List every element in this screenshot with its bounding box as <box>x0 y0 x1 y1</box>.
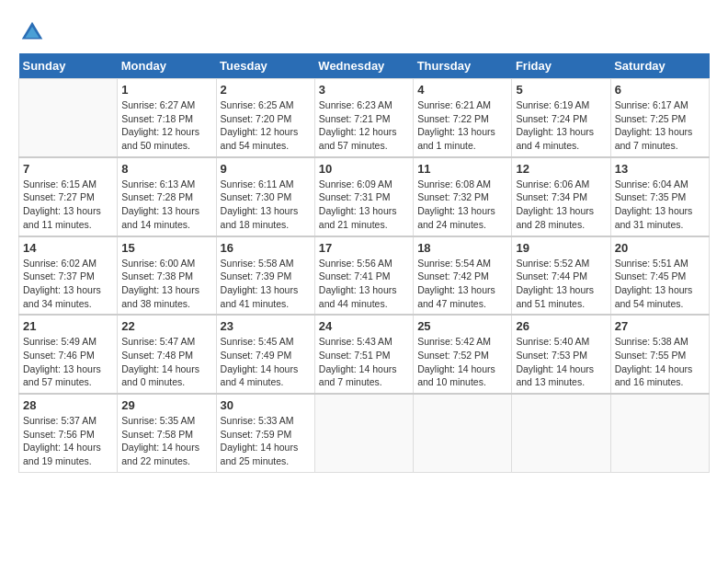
day-number: 28 <box>23 398 113 412</box>
calendar-cell: 22Sunrise: 5:47 AMSunset: 7:48 PMDayligh… <box>118 315 216 394</box>
day-info: Sunrise: 5:54 AMSunset: 7:42 PMDaylight:… <box>417 257 507 311</box>
calendar-cell: 19Sunrise: 5:52 AMSunset: 7:44 PMDayligh… <box>512 236 610 316</box>
day-info: Sunrise: 5:38 AMSunset: 7:55 PMDaylight:… <box>615 335 705 389</box>
day-info: Sunrise: 5:58 AMSunset: 7:39 PMDaylight:… <box>221 257 311 311</box>
day-info: Sunrise: 6:06 AMSunset: 7:34 PMDaylight:… <box>516 178 606 232</box>
day-number: 1 <box>121 83 211 97</box>
logo <box>18 18 50 46</box>
calendar-cell: 29Sunrise: 5:35 AMSunset: 7:58 PMDayligh… <box>118 394 216 472</box>
day-number: 20 <box>615 241 705 255</box>
day-number: 16 <box>221 241 311 255</box>
logo-icon <box>18 18 46 46</box>
week-row-1: 7Sunrise: 6:15 AMSunset: 7:27 PMDaylight… <box>19 157 710 236</box>
header-tuesday: Tuesday <box>216 53 314 79</box>
day-info: Sunrise: 6:27 AMSunset: 7:18 PMDaylight:… <box>121 98 211 153</box>
day-number: 22 <box>121 319 211 333</box>
day-info: Sunrise: 5:42 AMSunset: 7:52 PMDaylight:… <box>417 335 507 389</box>
calendar-cell: 10Sunrise: 6:09 AMSunset: 7:31 PMDayligh… <box>314 157 413 236</box>
day-number: 24 <box>319 319 409 333</box>
calendar-cell: 2Sunrise: 6:25 AMSunset: 7:20 PMDaylight… <box>216 79 314 157</box>
calendar-cell: 15Sunrise: 6:00 AMSunset: 7:38 PMDayligh… <box>118 236 216 316</box>
header-thursday: Thursday <box>414 53 512 79</box>
calendar-cell: 30Sunrise: 5:33 AMSunset: 7:59 PMDayligh… <box>216 394 314 472</box>
calendar-cell: 20Sunrise: 5:51 AMSunset: 7:45 PMDayligh… <box>610 236 709 316</box>
day-number: 13 <box>615 162 705 176</box>
day-info: Sunrise: 5:40 AMSunset: 7:53 PMDaylight:… <box>516 335 606 389</box>
week-row-4: 28Sunrise: 5:37 AMSunset: 7:56 PMDayligh… <box>19 394 710 472</box>
day-number: 19 <box>516 241 606 255</box>
day-info: Sunrise: 5:37 AMSunset: 7:56 PMDaylight:… <box>23 414 113 468</box>
day-number: 12 <box>516 162 606 176</box>
day-info: Sunrise: 6:09 AMSunset: 7:31 PMDaylight:… <box>319 178 409 232</box>
day-number: 25 <box>417 319 507 333</box>
header-monday: Monday <box>118 53 216 79</box>
calendar-cell: 24Sunrise: 5:43 AMSunset: 7:51 PMDayligh… <box>314 315 413 394</box>
day-info: Sunrise: 6:21 AMSunset: 7:22 PMDaylight:… <box>417 98 507 153</box>
calendar-cell: 1Sunrise: 6:27 AMSunset: 7:18 PMDaylight… <box>118 79 216 157</box>
day-info: Sunrise: 6:17 AMSunset: 7:25 PMDaylight:… <box>615 98 705 153</box>
day-number: 10 <box>319 162 409 176</box>
calendar-cell <box>610 394 709 472</box>
calendar-cell: 13Sunrise: 6:04 AMSunset: 7:35 PMDayligh… <box>610 157 709 236</box>
calendar-cell: 12Sunrise: 6:06 AMSunset: 7:34 PMDayligh… <box>512 157 610 236</box>
day-number: 11 <box>417 162 507 176</box>
calendar-cell: 9Sunrise: 6:11 AMSunset: 7:30 PMDaylight… <box>216 157 314 236</box>
day-info: Sunrise: 6:00 AMSunset: 7:38 PMDaylight:… <box>121 257 211 311</box>
day-info: Sunrise: 5:56 AMSunset: 7:41 PMDaylight:… <box>319 257 409 311</box>
page-header <box>18 18 710 46</box>
day-info: Sunrise: 5:45 AMSunset: 7:49 PMDaylight:… <box>221 335 311 389</box>
day-number: 6 <box>615 83 705 97</box>
day-info: Sunrise: 5:47 AMSunset: 7:48 PMDaylight:… <box>121 335 211 389</box>
calendar-cell <box>414 394 512 472</box>
day-number: 7 <box>23 162 113 176</box>
day-number: 9 <box>221 162 311 176</box>
calendar-cell: 27Sunrise: 5:38 AMSunset: 7:55 PMDayligh… <box>610 315 709 394</box>
day-number: 2 <box>221 83 311 97</box>
week-row-0: 1Sunrise: 6:27 AMSunset: 7:18 PMDaylight… <box>19 79 710 157</box>
calendar-cell: 16Sunrise: 5:58 AMSunset: 7:39 PMDayligh… <box>216 236 314 316</box>
calendar-header-row: SundayMondayTuesdayWednesdayThursdayFrid… <box>19 53 710 79</box>
day-number: 4 <box>417 83 507 97</box>
day-info: Sunrise: 5:51 AMSunset: 7:45 PMDaylight:… <box>615 257 705 311</box>
calendar-cell: 11Sunrise: 6:08 AMSunset: 7:32 PMDayligh… <box>414 157 512 236</box>
day-info: Sunrise: 6:11 AMSunset: 7:30 PMDaylight:… <box>221 178 311 232</box>
day-info: Sunrise: 6:19 AMSunset: 7:24 PMDaylight:… <box>516 98 606 153</box>
day-number: 27 <box>615 319 705 333</box>
day-number: 5 <box>516 83 606 97</box>
calendar-cell: 5Sunrise: 6:19 AMSunset: 7:24 PMDaylight… <box>512 79 610 157</box>
day-info: Sunrise: 6:04 AMSunset: 7:35 PMDaylight:… <box>615 178 705 232</box>
calendar-cell <box>314 394 413 472</box>
day-number: 21 <box>23 319 113 333</box>
day-number: 29 <box>121 398 211 412</box>
day-info: Sunrise: 5:43 AMSunset: 7:51 PMDaylight:… <box>319 335 409 389</box>
day-info: Sunrise: 5:49 AMSunset: 7:46 PMDaylight:… <box>23 335 113 389</box>
day-info: Sunrise: 6:15 AMSunset: 7:27 PMDaylight:… <box>23 178 113 232</box>
day-info: Sunrise: 6:13 AMSunset: 7:28 PMDaylight:… <box>121 178 211 232</box>
calendar-cell: 8Sunrise: 6:13 AMSunset: 7:28 PMDaylight… <box>118 157 216 236</box>
calendar-cell: 23Sunrise: 5:45 AMSunset: 7:49 PMDayligh… <box>216 315 314 394</box>
calendar-cell: 18Sunrise: 5:54 AMSunset: 7:42 PMDayligh… <box>414 236 512 316</box>
calendar-cell: 3Sunrise: 6:23 AMSunset: 7:21 PMDaylight… <box>314 79 413 157</box>
calendar-cell: 28Sunrise: 5:37 AMSunset: 7:56 PMDayligh… <box>19 394 118 472</box>
day-info: Sunrise: 5:52 AMSunset: 7:44 PMDaylight:… <box>516 257 606 311</box>
day-number: 26 <box>516 319 606 333</box>
calendar-cell <box>512 394 610 472</box>
day-number: 3 <box>319 83 409 97</box>
calendar-cell: 14Sunrise: 6:02 AMSunset: 7:37 PMDayligh… <box>19 236 118 316</box>
header-saturday: Saturday <box>610 53 709 79</box>
calendar-cell <box>19 79 118 157</box>
calendar-cell: 17Sunrise: 5:56 AMSunset: 7:41 PMDayligh… <box>314 236 413 316</box>
day-number: 23 <box>221 319 311 333</box>
week-row-3: 21Sunrise: 5:49 AMSunset: 7:46 PMDayligh… <box>19 315 710 394</box>
day-info: Sunrise: 6:23 AMSunset: 7:21 PMDaylight:… <box>319 98 409 153</box>
calendar-cell: 6Sunrise: 6:17 AMSunset: 7:25 PMDaylight… <box>610 79 709 157</box>
day-number: 8 <box>121 162 211 176</box>
day-number: 30 <box>221 398 311 412</box>
header-wednesday: Wednesday <box>314 53 413 79</box>
header-friday: Friday <box>512 53 610 79</box>
day-info: Sunrise: 6:02 AMSunset: 7:37 PMDaylight:… <box>23 257 113 311</box>
day-info: Sunrise: 6:08 AMSunset: 7:32 PMDaylight:… <box>417 178 507 232</box>
week-row-2: 14Sunrise: 6:02 AMSunset: 7:37 PMDayligh… <box>19 236 710 316</box>
day-info: Sunrise: 6:25 AMSunset: 7:20 PMDaylight:… <box>221 98 311 153</box>
day-number: 15 <box>121 241 211 255</box>
